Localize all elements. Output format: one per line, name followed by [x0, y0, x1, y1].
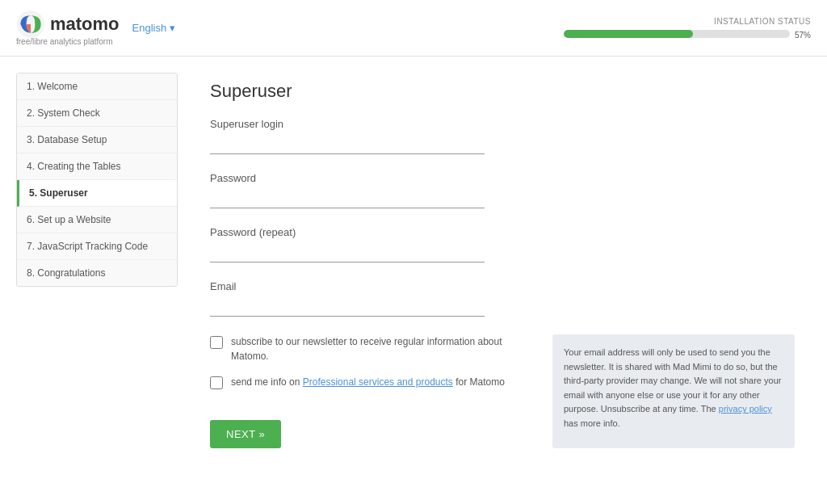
newsletter-checkbox-row: subscribe to our newsletter to receive r… — [210, 334, 536, 363]
logo-subtitle: free/libre analytics platform — [16, 37, 120, 46]
sidebar: 1. Welcome 2. System Check 3. Database S… — [16, 73, 178, 287]
pro-services-checkbox[interactable] — [210, 376, 223, 389]
privacy-policy-link[interactable]: privacy policy — [719, 404, 772, 414]
login-input[interactable] — [210, 135, 485, 154]
pro-services-label: send me info on Professional services an… — [231, 375, 505, 389]
lower-section: subscribe to our newsletter to receive r… — [210, 334, 795, 448]
progress-bar-fill — [564, 30, 693, 38]
note-box: Your email address will only be used to … — [552, 334, 795, 448]
progress-bar — [564, 30, 790, 38]
sidebar-item-welcome[interactable]: 1. Welcome — [17, 74, 177, 100]
form-group-password: Password — [210, 172, 795, 208]
login-label: Superuser login — [210, 118, 795, 130]
next-button[interactable]: NEXT » — [210, 420, 281, 448]
logo-name: matomo — [50, 14, 120, 35]
sidebar-item-js-tracking[interactable]: 7. JavaScript Tracking Code — [17, 233, 177, 260]
password-input[interactable] — [210, 189, 485, 208]
chevron-down-icon: ▾ — [170, 22, 175, 34]
newsletter-checkbox[interactable] — [210, 336, 223, 349]
installation-status-area: INSTALLATION STATUS 57% — [564, 17, 811, 40]
content-area: Superuser Superuser login Password Passw… — [194, 73, 811, 456]
sidebar-item-congratulations[interactable]: 8. Congratulations — [17, 260, 177, 286]
email-input[interactable] — [210, 297, 485, 317]
form-group-password-repeat: Password (repeat) — [210, 226, 795, 262]
logo-area: matomo free/libre analytics platform — [16, 10, 120, 46]
email-label: Email — [210, 280, 795, 292]
sidebar-item-system-check[interactable]: 2. System Check — [17, 100, 177, 127]
matomo-logo-icon — [16, 10, 45, 39]
password-repeat-label: Password (repeat) — [210, 226, 795, 238]
checkboxes-col: subscribe to our newsletter to receive r… — [210, 334, 536, 448]
sidebar-item-setup-website[interactable]: 6. Set up a Website — [17, 207, 177, 233]
header: matomo free/libre analytics platform Eng… — [0, 0, 827, 57]
note-suffix: has more info. — [564, 418, 620, 428]
pro-services-link[interactable]: Professional services and products — [303, 376, 453, 388]
logo: matomo — [16, 10, 120, 39]
password-repeat-input[interactable] — [210, 243, 485, 262]
sidebar-item-superuser[interactable]: 5. Superuser — [17, 180, 177, 207]
language-selector[interactable]: English ▾ — [132, 22, 176, 34]
language-label: English — [132, 22, 167, 34]
progress-percent: 57% — [795, 31, 811, 40]
form-group-login: Superuser login — [210, 118, 795, 154]
newsletter-label: subscribe to our newsletter to receive r… — [231, 334, 536, 363]
sidebar-item-creating-tables[interactable]: 4. Creating the Tables — [17, 153, 177, 180]
form-group-email: Email — [210, 280, 795, 317]
sidebar-item-database-setup[interactable]: 3. Database Setup — [17, 127, 177, 153]
install-status-label: INSTALLATION STATUS — [564, 17, 811, 26]
header-left: matomo free/libre analytics platform Eng… — [16, 10, 175, 46]
password-label: Password — [210, 172, 795, 184]
page-title: Superuser — [210, 81, 795, 102]
pro-services-checkbox-row: send me info on Professional services an… — [210, 375, 536, 389]
main-layout: 1. Welcome 2. System Check 3. Database S… — [0, 57, 827, 472]
